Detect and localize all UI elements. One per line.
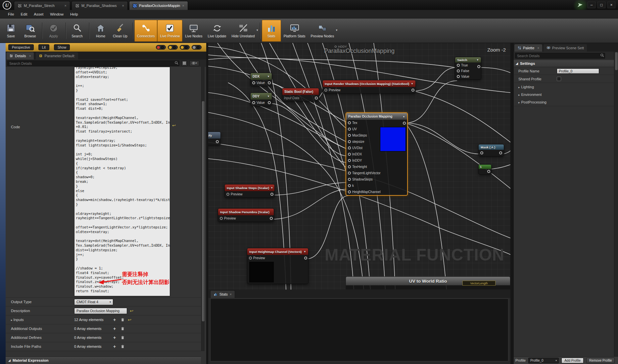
expander-icon[interactable]: ▸ (518, 86, 520, 89)
input-pin[interactable] (348, 153, 351, 156)
input-pin[interactable] (348, 184, 351, 187)
output-pin[interactable] (499, 151, 502, 154)
collapsed-section-row[interactable]: ▸Environment (514, 91, 614, 99)
node-pin-row[interactable]: ShadowSteps (346, 176, 407, 182)
search-details-input[interactable] (7, 61, 179, 66)
chevron-down-icon[interactable]: ▼ (476, 59, 479, 61)
toggle-capsule[interactable] (156, 45, 166, 50)
node-constant-one[interactable]: 1 (478, 164, 492, 175)
output-pin[interactable] (487, 170, 490, 173)
toolbar-button[interactable]: Live Preview (157, 20, 182, 42)
toolbar-button[interactable]: Live Nodes (182, 20, 205, 42)
preview-pin[interactable] (324, 89, 327, 92)
toggle-capsule[interactable] (180, 45, 190, 50)
input-pin[interactable] (252, 81, 255, 84)
toolbar-button[interactable]: Clean Up (110, 20, 130, 42)
input-pin[interactable] (348, 165, 351, 168)
node-vector-length[interactable]: VectorLength (462, 281, 496, 286)
delete-elements-button[interactable] (120, 317, 125, 322)
viewport-mode-button[interactable]: Perspective (8, 44, 34, 50)
toolbar-button[interactable]: Hide Unrelated (229, 20, 258, 42)
node-static-bool[interactable]: Static Bool (False) Input Data (282, 88, 319, 101)
node-mask[interactable]: Mask ( A ) (478, 144, 504, 156)
node-ddy[interactable]: DDY▼ Value (250, 93, 272, 106)
material-graph-canvas[interactable]: ParallaxOcclusionMapping Zoom -2 MATERIA… (208, 43, 510, 290)
node-pin-row[interactable]: TangentLightVector (346, 170, 407, 176)
toolbar-button[interactable]: Platform Stats (281, 20, 308, 42)
grid-view-button[interactable] (181, 61, 187, 66)
search-details-input[interactable] (515, 53, 605, 59)
toggle-capsule[interactable] (192, 45, 202, 50)
chevron-down-icon[interactable]: ▼ (267, 75, 270, 78)
output-pin[interactable] (477, 65, 480, 68)
input-pin[interactable] (348, 146, 351, 149)
collapsed-section-row[interactable]: ▸Lighting (514, 83, 614, 91)
toolbar-button[interactable]: Home (91, 20, 110, 42)
close-icon[interactable]: × (29, 54, 31, 58)
hlsl-code-text[interactable]: rayheight+=stepsize; offset+=UVDist; old… (74, 67, 170, 294)
add-element-button[interactable]: ＋ (112, 317, 117, 322)
output-pin[interactable] (270, 193, 273, 196)
menu-item[interactable]: File (5, 11, 18, 18)
node-pin-row[interactable]: InDDX (346, 151, 407, 157)
output-pin[interactable] (304, 257, 307, 260)
tab-preview-scene-settings[interactable]: Preview Scene Sett (544, 44, 587, 52)
asset-tab[interactable]: M_Parallax_Strech × (14, 1, 70, 10)
delete-elements-button[interactable] (120, 335, 125, 340)
reset-to-default-icon[interactable]: ↩ (130, 308, 133, 313)
toolbar-button[interactable]: Browse (21, 20, 40, 42)
profile-name-input[interactable]: Profile_0 (557, 68, 599, 74)
toolbar-button[interactable]: Stats (262, 20, 281, 42)
tab-stats[interactable]: Stats × (210, 290, 235, 298)
close-icon[interactable]: × (182, 4, 184, 8)
output-type-dropdown[interactable]: CMOT Float 4▾ (74, 299, 113, 305)
input-pin[interactable] (348, 134, 351, 137)
preview-pin[interactable] (226, 193, 229, 196)
input-pin[interactable] (348, 121, 351, 124)
menu-item[interactable]: Window (47, 11, 67, 18)
asset-tab[interactable]: ParallaxOcclusionMappin × (129, 1, 188, 10)
expander-icon[interactable]: ▸ (518, 101, 520, 104)
add-element-button[interactable]: ＋ (112, 335, 117, 340)
input-pin[interactable] (348, 178, 351, 181)
close-icon[interactable]: × (537, 46, 539, 50)
toggle-capsule[interactable] (168, 45, 178, 50)
preview-pin[interactable] (220, 217, 223, 220)
reset-to-default-icon[interactable]: ↩ (128, 317, 131, 322)
menu-item[interactable]: Asset (30, 11, 47, 18)
node-input-shadow-penumbra[interactable]: Input Shadow Penumbra (Scalar) Preview (218, 208, 274, 222)
input-pin[interactable] (457, 64, 460, 67)
output-pin[interactable] (216, 140, 219, 143)
chevron-down-icon[interactable]: ▼ (267, 95, 270, 98)
input-pin[interactable] (348, 128, 351, 131)
toolbar-button[interactable]: Live Update (205, 20, 229, 42)
node-pin-row[interactable]: k (346, 182, 407, 189)
remove-profile-button[interactable]: Remove Profile (586, 358, 615, 363)
minimize-icon[interactable]: – (588, 2, 595, 8)
add-element-button[interactable]: ＋ (112, 326, 117, 331)
output-pin[interactable] (411, 89, 414, 92)
node-ddx[interactable]: DDX▼ Value (250, 73, 272, 86)
menu-item[interactable]: Help (67, 11, 81, 18)
input-pin[interactable] (348, 159, 351, 162)
viewport-mode-button[interactable]: Lit (38, 44, 49, 50)
node-pin-row[interactable]: HeightMapChannel (346, 189, 407, 195)
reset-to-default-icon[interactable]: ↩ (172, 123, 176, 128)
collapse-icon[interactable]: ▲ (403, 115, 405, 118)
expander-icon[interactable]: ▸ (518, 93, 520, 97)
scrollbar-thumb[interactable] (615, 52, 618, 70)
code-editor-box[interactable]: rayheight+=stepsize; offset+=UVDist; old… (74, 67, 170, 296)
menu-item[interactable]: Edit (18, 11, 31, 18)
material-expression-section-header[interactable]: ◢ Material Expression (6, 356, 201, 364)
settings-section-header[interactable]: ◢ Settings (514, 60, 614, 67)
input-pin[interactable] (252, 101, 255, 104)
toolbar-button[interactable]: Search (68, 20, 87, 42)
node-input-render-shadows[interactable]: Input Render Shadows (Occlusion Mapping)… (322, 80, 416, 94)
node-pin-row[interactable]: Tex (346, 120, 407, 126)
expander-icon[interactable]: ▸ (11, 318, 13, 322)
toolbar-button[interactable]: Preview Nodes (308, 20, 337, 42)
input-pin[interactable] (348, 140, 351, 143)
node-switch[interactable]: Switch▼ True False Value (455, 57, 481, 80)
node-multiply-partial[interactable]: iply (208, 132, 221, 145)
output-pin[interactable] (315, 97, 318, 100)
